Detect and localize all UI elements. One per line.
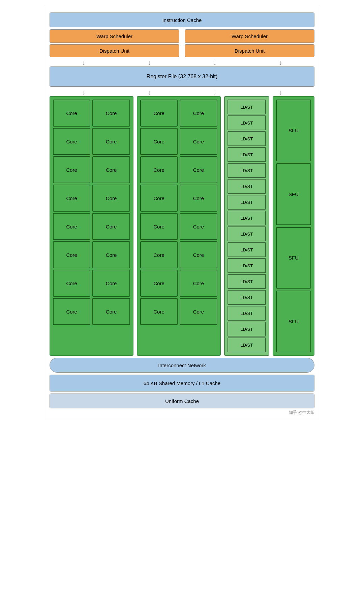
core-1-11: Core [53, 241, 90, 268]
core-row-2-2: Core Core [140, 128, 217, 155]
core-1-7: Core [53, 185, 90, 212]
sfu-2: SFU [276, 163, 311, 225]
dispatch-unit-1: Dispatch Unit [50, 44, 179, 57]
core-1-9: Core [53, 213, 90, 240]
core-row-2-7: Core Core [140, 270, 217, 297]
core-2-15: Core [140, 298, 178, 325]
core-2-10: Core [180, 213, 217, 240]
arrow-down-4: ↓ [279, 59, 282, 66]
core-1-8: Core [92, 185, 130, 212]
ldst-13: LD/ST [228, 290, 266, 305]
core-row-2-3: Core Core [140, 156, 217, 183]
arrows-to-units: ↓ ↓ ↓ ↓ [50, 89, 314, 96]
core-group-1: Core Core Core Core Core Core Core Core … [50, 96, 133, 356]
core-row-2-8: Core Core [140, 298, 217, 325]
dispatch-unit-row: Dispatch Unit Dispatch Unit [50, 44, 314, 57]
ldst-14: LD/ST [228, 306, 266, 321]
core-2-7: Core [140, 185, 178, 212]
core-1-16: Core [92, 298, 130, 325]
sfu-group: SFU SFU SFU SFU [273, 96, 314, 356]
core-1-2: Core [92, 100, 130, 127]
core-2-6: Core [180, 156, 217, 183]
register-file: Register File (32,768 x 32-bit) [50, 66, 314, 87]
core-row-1-6: Core Core [53, 241, 130, 268]
arrow-unit-1: ↓ [82, 89, 85, 96]
core-2-16: Core [180, 298, 217, 325]
core-1-10: Core [92, 213, 130, 240]
arrow-down-1: ↓ [82, 59, 85, 66]
shared-memory: 64 KB Shared Memory / L1 Cache [50, 375, 314, 392]
core-row-1-7: Core Core [53, 270, 130, 297]
core-1-3: Core [53, 128, 90, 155]
core-row-1-3: Core Core [53, 156, 130, 183]
arrows-to-register: ↓ ↓ ↓ ↓ [50, 59, 314, 66]
ldst-15: LD/ST [228, 322, 266, 336]
core-1-1: Core [53, 100, 90, 127]
core-2-1: Core [140, 100, 178, 127]
interconnect-network: Interconnect Network [50, 358, 314, 373]
core-1-6: Core [92, 156, 130, 183]
core-2-2: Core [180, 100, 217, 127]
core-2-13: Core [140, 270, 178, 297]
instruction-cache: Instruction Cache [50, 12, 314, 27]
core-1-4: Core [92, 128, 130, 155]
warp-scheduler-row: Warp Scheduler Warp Scheduler [50, 29, 314, 43]
core-2-12: Core [180, 241, 217, 268]
core-row-2-6: Core Core [140, 241, 217, 268]
ldst-11: LD/ST [228, 258, 266, 273]
ldst-12: LD/ST [228, 274, 266, 289]
watermark: 知乎 @捏太阳 [50, 410, 314, 415]
core-row-1-4: Core Core [53, 185, 130, 212]
arrow-down-2: ↓ [148, 59, 151, 66]
warp-scheduler-1: Warp Scheduler [50, 29, 179, 43]
core-row-2-4: Core Core [140, 185, 217, 212]
sfu-1: SFU [276, 100, 311, 161]
ldst-1: LD/ST [228, 100, 266, 114]
ldst-4: LD/ST [228, 147, 266, 162]
core-2-11: Core [140, 241, 178, 268]
core-row-1-1: Core Core [53, 100, 130, 127]
sfu-3: SFU [276, 227, 311, 289]
core-1-13: Core [53, 270, 90, 297]
core-row-1-8: Core Core [53, 298, 130, 325]
sfu-4: SFU [276, 291, 311, 352]
ldst-3: LD/ST [228, 131, 266, 146]
ldst-16: LD/ST [228, 338, 266, 352]
warp-scheduler-2: Warp Scheduler [185, 29, 314, 43]
ldst-5: LD/ST [228, 163, 266, 178]
core-2-3: Core [140, 128, 178, 155]
dispatch-unit-2: Dispatch Unit [185, 44, 314, 57]
ldst-9: LD/ST [228, 226, 266, 241]
core-2-5: Core [140, 156, 178, 183]
arrow-down-3: ↓ [213, 59, 216, 66]
units-row: Core Core Core Core Core Core Core Core … [50, 96, 314, 356]
core-2-9: Core [140, 213, 178, 240]
core-2-4: Core [180, 128, 217, 155]
ldst-7: LD/ST [228, 195, 266, 210]
ldst-8: LD/ST [228, 211, 266, 225]
uniform-cache: Uniform Cache [50, 394, 314, 408]
ldst-10: LD/ST [228, 242, 266, 257]
core-1-5: Core [53, 156, 90, 183]
gpu-diagram: Instruction Cache Warp Scheduler Warp Sc… [44, 7, 320, 421]
ldst-6: LD/ST [228, 179, 266, 194]
core-row-2-5: Core Core [140, 213, 217, 240]
core-1-14: Core [92, 270, 130, 297]
core-1-12: Core [92, 241, 130, 268]
arrow-unit-2: ↓ [148, 89, 151, 96]
core-row-1-5: Core Core [53, 213, 130, 240]
core-2-14: Core [180, 270, 217, 297]
ldst-group: LD/ST LD/ST LD/ST LD/ST LD/ST LD/ST LD/S… [224, 96, 269, 356]
core-group-2: Core Core Core Core Core Core Core Core … [137, 96, 221, 356]
arrow-unit-4: ↓ [279, 89, 282, 96]
core-1-15: Core [53, 298, 90, 325]
core-row-1-2: Core Core [53, 128, 130, 155]
arrow-unit-3: ↓ [213, 89, 216, 96]
core-row-2-1: Core Core [140, 100, 217, 127]
core-2-8: Core [180, 185, 217, 212]
ldst-2: LD/ST [228, 115, 266, 130]
